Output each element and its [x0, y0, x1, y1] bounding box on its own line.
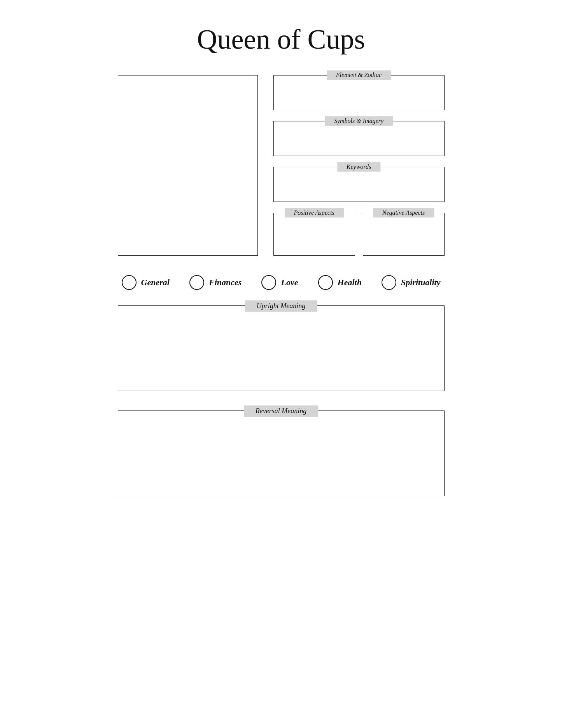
radio-item-love[interactable]: Love [261, 275, 298, 290]
reversal-meaning-section: Reversal Meaning [118, 410, 445, 496]
reversal-meaning-label: Reversal Meaning [244, 405, 318, 417]
upright-meaning-label: Upright Meaning [245, 300, 317, 312]
positive-aspects-box: Positive Aspects [273, 213, 355, 256]
radio-label-general: General [141, 277, 170, 288]
element-zodiac-label: Element & Zodiac [327, 70, 391, 80]
top-section: Element & Zodiac Symbols & Imagery Keywo… [118, 75, 445, 256]
radio-label-spirituality: Spirituality [401, 277, 440, 288]
symbols-imagery-label: Symbols & Imagery [325, 116, 393, 126]
radio-item-general[interactable]: General [122, 275, 170, 290]
radio-item-spirituality[interactable]: Spirituality [382, 275, 440, 290]
radio-circle-love[interactable] [261, 275, 276, 290]
radio-label-health: Health [338, 277, 362, 288]
radio-item-finances[interactable]: Finances [189, 275, 242, 290]
radio-row: General Finances Love Health Spiritualit… [118, 275, 445, 290]
radio-circle-general[interactable] [122, 275, 137, 290]
negative-aspects-label: Negative Aspects [373, 208, 434, 218]
positive-aspects-label: Positive Aspects [284, 208, 343, 218]
radio-item-health[interactable]: Health [318, 275, 362, 290]
aspects-row: Positive Aspects Negative Aspects [273, 213, 445, 256]
negative-aspects-box: Negative Aspects [363, 213, 445, 256]
radio-label-love: Love [281, 277, 298, 288]
card-image-box [118, 75, 258, 256]
page-title: Queen of Cups [118, 23, 445, 56]
upright-meaning-section: Upright Meaning [118, 305, 445, 391]
keywords-label: Keywords [337, 162, 380, 172]
keywords-box: Keywords [273, 167, 445, 202]
right-column: Element & Zodiac Symbols & Imagery Keywo… [273, 75, 445, 256]
symbols-imagery-box: Symbols & Imagery [273, 121, 445, 156]
element-zodiac-box: Element & Zodiac [273, 75, 445, 110]
radio-circle-spirituality[interactable] [382, 275, 396, 290]
radio-label-finances: Finances [209, 277, 242, 288]
radio-circle-health[interactable] [318, 275, 333, 290]
radio-circle-finances[interactable] [189, 275, 204, 290]
page-container: Queen of Cups Element & Zodiac Symbols &… [87, 0, 476, 539]
